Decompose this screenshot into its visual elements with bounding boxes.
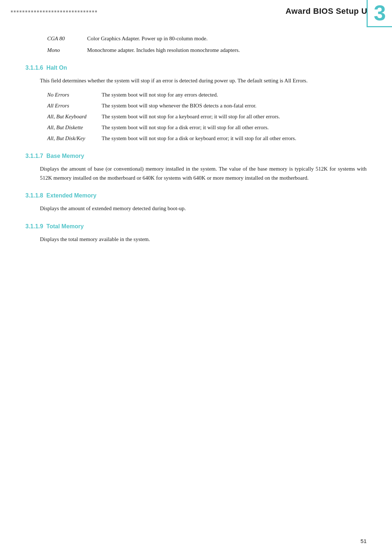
page-number: 51 — [360, 538, 367, 544]
all-errors-desc: The system boot will stop whenever the B… — [102, 101, 367, 110]
content-area: CGA 80 Color Graphics Adapter. Power up … — [0, 30, 392, 271]
base-memory-desc: Displays the amount of base (or conventi… — [40, 164, 367, 183]
dot — [69, 11, 71, 12]
list-item: All, But Disk/Key The system boot will n… — [47, 134, 367, 143]
all-but-diskkey-desc: The system boot will not stop for a disk… — [102, 134, 367, 143]
all-but-keyboard-desc: The system boot will not stop for a keyb… — [102, 112, 367, 121]
dot — [11, 11, 13, 12]
list-item: Mono Monochrome adapter. Includes high r… — [47, 46, 367, 54]
all-but-diskette-desc: The system boot will not stop for a disk… — [102, 123, 367, 132]
dot — [37, 11, 39, 12]
dot — [17, 11, 19, 12]
cga80-desc: Color Graphics Adapter. Power up in 80-c… — [87, 34, 367, 43]
dot — [72, 11, 74, 12]
list-item: All, But Keyboard The system boot will n… — [47, 112, 367, 121]
dot — [86, 11, 88, 12]
all-errors-term: All Errors — [47, 101, 102, 110]
extended-memory-desc: Displays the amount of extended memory d… — [40, 204, 367, 213]
cga-definitions: CGA 80 Color Graphics Adapter. Power up … — [47, 34, 367, 54]
dot — [25, 11, 27, 12]
dot — [54, 11, 56, 12]
dot — [34, 11, 36, 12]
dot — [20, 11, 21, 12]
halt-on-intro: This field determines whether the system… — [40, 76, 367, 85]
extended-memory-heading: 3.1.1.8 Extended Memory — [25, 192, 367, 199]
dot — [95, 11, 97, 12]
extended-memory-number: 3.1.1.8 — [25, 192, 43, 199]
dots-line — [11, 11, 278, 12]
dot — [40, 11, 42, 12]
mono-term: Mono — [47, 46, 87, 54]
dot — [66, 11, 68, 12]
halt-on-title: Halt On — [46, 65, 67, 71]
dot — [83, 11, 85, 12]
dot — [78, 11, 79, 12]
dot — [43, 11, 45, 12]
no-errors-term: No Errors — [47, 90, 102, 99]
all-but-diskette-term: All, But Diskette — [47, 123, 102, 132]
header-dots-area — [0, 0, 278, 20]
dot — [81, 11, 82, 12]
base-memory-title: Base Memory — [46, 153, 84, 159]
dot — [57, 11, 59, 12]
all-but-diskkey-term: All, But Disk/Key — [47, 134, 102, 143]
dot — [23, 11, 24, 12]
dot — [28, 11, 30, 12]
mono-desc: Monochrome adapter. Includes high resolu… — [87, 46, 367, 54]
dot — [46, 11, 48, 12]
total-memory-heading: 3.1.1.9 Total Memory — [25, 223, 367, 230]
dot — [92, 11, 94, 12]
base-memory-number: 3.1.1.7 — [25, 153, 43, 159]
dot — [63, 11, 65, 12]
page-header: Award BIOS Setup Utility 3 — [0, 0, 392, 20]
dot — [60, 11, 62, 12]
all-but-keyboard-term: All, But Keyboard — [47, 112, 102, 121]
total-memory-title: Total Memory — [46, 223, 84, 229]
halt-on-heading: 3.1.1.6 Halt On — [25, 65, 367, 71]
chapter-number-box: 3 — [367, 0, 392, 27]
list-item: All Errors The system boot will stop whe… — [47, 101, 367, 110]
extended-memory-title: Extended Memory — [46, 192, 97, 199]
chapter-number: 3 — [374, 2, 386, 24]
base-memory-heading: 3.1.1.7 Base Memory — [25, 153, 367, 159]
dot — [89, 11, 91, 12]
dot — [49, 11, 50, 12]
page-container: Award BIOS Setup Utility 3 CGA 80 Color … — [0, 0, 392, 555]
halt-on-options: No Errors The system boot will not stop … — [47, 90, 367, 143]
dot — [14, 11, 16, 12]
total-memory-desc: Displays the total memory available in t… — [40, 235, 367, 244]
dot — [75, 11, 77, 12]
list-item: CGA 80 Color Graphics Adapter. Power up … — [47, 34, 367, 43]
list-item: No Errors The system boot will not stop … — [47, 90, 367, 99]
cga80-term: CGA 80 — [47, 34, 87, 43]
list-item: All, But Diskette The system boot will n… — [47, 123, 367, 132]
dot — [31, 11, 33, 12]
dot — [52, 11, 53, 12]
total-memory-number: 3.1.1.9 — [25, 223, 43, 229]
halt-on-number: 3.1.1.6 — [25, 65, 43, 71]
no-errors-desc: The system boot will not stop for any er… — [102, 90, 367, 99]
